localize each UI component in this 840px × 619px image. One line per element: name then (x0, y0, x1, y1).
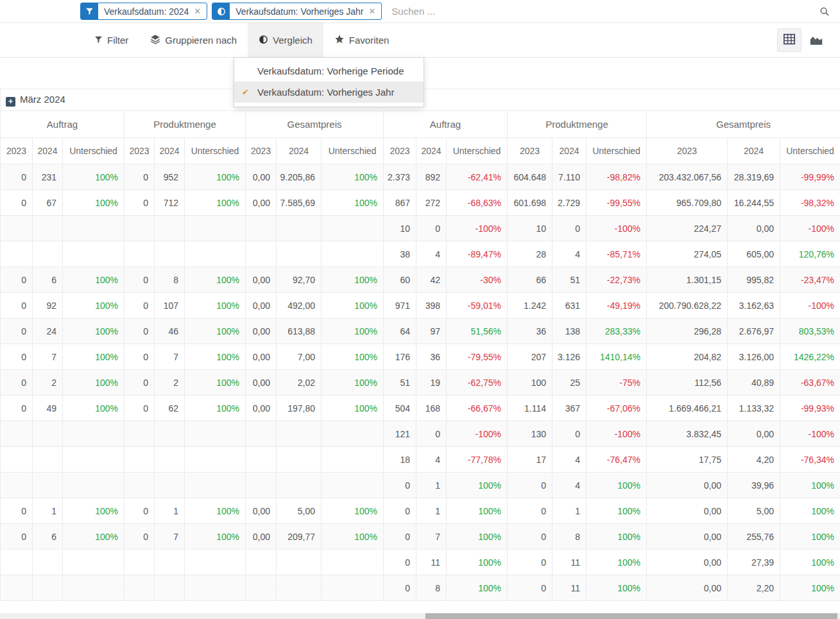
column-group-header[interactable]: Auftrag (384, 111, 508, 138)
comparison-menu-button[interactable]: Vergleich (248, 23, 323, 57)
horizontal-scrollbar[interactable] (0, 613, 840, 619)
pivot-cell (63, 575, 124, 601)
pivot-view-icon (783, 33, 796, 47)
pivot-cell: 100% (63, 190, 124, 216)
pivot-cell: 1.242 (508, 293, 553, 318)
search-input[interactable] (391, 6, 814, 17)
column-year-header[interactable]: 2023 (246, 138, 277, 164)
pivot-cell: 7 (155, 344, 185, 370)
column-year-header[interactable]: Unterschied (780, 138, 840, 164)
comparison-menu-label: Vergleich (273, 35, 313, 46)
facet-label: Verkaufsdatum: 2024 (98, 3, 191, 19)
table-row: 0231100%0952100%0,009.205,86100%2.373892… (1, 164, 840, 190)
pivot-cell: 0,00 (246, 293, 277, 318)
pivot-cell (246, 447, 277, 473)
pivot-cell: 0 (1, 164, 33, 190)
column-year-header[interactable]: 2024 (155, 138, 185, 164)
pivot-cell: 100% (321, 524, 384, 550)
pivot-cell: -30% (447, 267, 508, 293)
table-row: 07100%07100%0,007,00100%17636-79,55%2073… (1, 344, 840, 370)
pivot-cell: 0,00 (246, 524, 277, 550)
pivot-cell: -100% (780, 216, 840, 241)
search-icon[interactable] (819, 6, 830, 17)
column-year-header[interactable]: 2023 (647, 138, 728, 164)
table-row: 024100%046100%0,00613,88100%649751,56%36… (1, 318, 840, 344)
pivot-cell: 995,82 (728, 267, 780, 293)
column-year-header[interactable]: Unterschied (447, 138, 508, 164)
chart-view-icon (809, 34, 823, 47)
pivot-cell: 40,89 (728, 370, 780, 396)
pivot-cell: 4 (553, 241, 587, 267)
column-year-header[interactable]: Unterschied (185, 138, 246, 164)
column-year-header[interactable]: 2023 (124, 138, 155, 164)
pivot-cell: -22,73% (587, 267, 647, 293)
pivot-cell: 17,75 (647, 447, 728, 473)
column-year-header[interactable]: 2023 (508, 138, 553, 164)
plus-icon[interactable]: + (6, 97, 15, 107)
filter-facet[interactable]: Verkaufsdatum: 2024 ✕ (80, 3, 207, 20)
column-year-header[interactable]: 2024 (33, 138, 63, 164)
month-header-label[interactable]: März 2024 (20, 94, 65, 105)
favorites-menu-button[interactable]: Favoriten (323, 23, 400, 57)
pivot-cell (124, 550, 155, 575)
pivot-cell: 0,00 (728, 216, 780, 241)
comparison-facet[interactable]: Verkaufsdatum: Vorheriges Jahr ✕ (212, 3, 382, 20)
close-icon[interactable]: ✕ (366, 3, 381, 19)
pivot-cell (246, 550, 277, 575)
pivot-cell (124, 447, 155, 473)
column-group-header[interactable]: Gesamtpreis (246, 111, 384, 138)
pivot-cell: -67,06% (587, 396, 647, 421)
pivot-cell: 100% (780, 550, 840, 575)
pivot-cell (155, 421, 185, 447)
pivot-cell (277, 421, 321, 447)
facet-label: Verkaufsdatum: Vorheriges Jahr (230, 3, 366, 19)
pivot-cell (277, 550, 321, 575)
column-year-header[interactable]: 2024 (728, 138, 780, 164)
column-year-header[interactable]: 2024 (416, 138, 447, 164)
column-year-header[interactable]: Unterschied (587, 138, 647, 164)
favorites-menu-label: Favoriten (349, 35, 390, 46)
pivot-cell: 46 (155, 318, 185, 344)
pivot-cell: 16.244,55 (728, 190, 780, 216)
column-year-header[interactable]: 2024 (553, 138, 587, 164)
pivot-cell: -76,47% (587, 447, 647, 473)
column-year-header[interactable]: 2023 (384, 138, 416, 164)
column-year-header[interactable]: 2024 (277, 138, 321, 164)
pivot-cell: -100% (780, 293, 840, 318)
filter-menu-button[interactable]: Filter (83, 23, 139, 57)
pivot-cell (185, 447, 246, 473)
pivot-view-app: Verkaufsdatum: 2024 ✕ Verkaufsdatum: Vor… (0, 0, 840, 619)
menu-item-previous-period[interactable]: ✔ Verkaufsdatum: Vorherige Periode (234, 60, 424, 82)
pivot-view-button[interactable] (777, 28, 801, 52)
column-group-header[interactable]: Auftrag (1, 111, 124, 138)
pivot-cell: 0,00 (647, 473, 728, 498)
pivot-cell: 0 (124, 370, 155, 396)
column-group-header[interactable]: Produktmenge (508, 111, 647, 138)
pivot-cell (124, 575, 155, 601)
chart-view-button[interactable] (804, 28, 828, 52)
scrollbar-thumb[interactable] (425, 613, 837, 619)
pivot-cell: 100% (321, 318, 384, 344)
pivot-cell: 0,00 (647, 575, 728, 601)
control-panel: Filter Gruppieren nach Vergleich Favorit… (0, 23, 840, 58)
pivot-cell: 209,77 (277, 524, 321, 550)
pivot-cell (1, 575, 33, 601)
close-icon[interactable]: ✕ (191, 3, 207, 19)
table-row: 06100%08100%0,0092,70100%6042-30%6651-22… (1, 267, 840, 293)
pivot-cell: -100% (780, 421, 840, 447)
column-year-header[interactable]: 2023 (1, 138, 33, 164)
pivot-cell: 274,05 (647, 241, 728, 267)
column-year-header[interactable]: Unterschied (63, 138, 124, 164)
pivot-cell: 100% (447, 498, 508, 524)
pivot-cell: 0 (416, 216, 447, 241)
pivot-cell: 100% (447, 473, 508, 498)
column-group-header[interactable]: Gesamtpreis (647, 111, 840, 138)
pivot-cell (185, 421, 246, 447)
menu-item-previous-year[interactable]: ✔ Verkaufsdatum: Vorheriges Jahr (234, 82, 424, 103)
group-by-menu-button[interactable]: Gruppieren nach (139, 23, 248, 57)
pivot-cell (155, 216, 185, 241)
pivot-cell: 1 (416, 498, 447, 524)
column-group-header[interactable]: Produktmenge (124, 111, 246, 138)
column-year-header[interactable]: Unterschied (321, 138, 384, 164)
pivot-cell: 0,00 (647, 550, 728, 575)
